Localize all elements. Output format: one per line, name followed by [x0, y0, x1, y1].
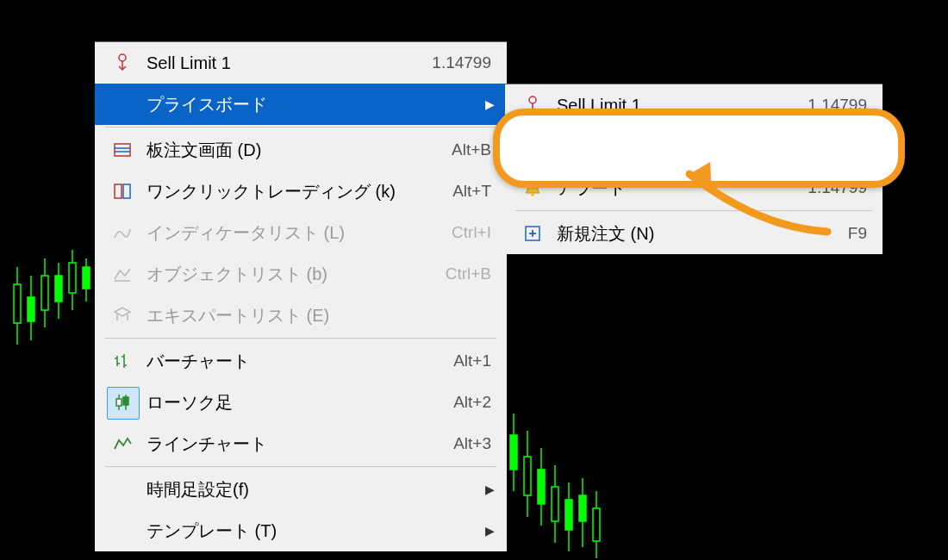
menu-label: Sell Limit 1	[557, 96, 808, 115]
menu-shortcut: Alt+B	[452, 140, 491, 159]
svg-rect-11	[83, 267, 90, 289]
menu-separator	[105, 127, 496, 128]
menu-label: ラインチャート	[147, 432, 453, 456]
svg-rect-32	[123, 184, 130, 198]
menu-item-one-click[interactable]: ワンクリックトレーディング (k) Alt+T	[95, 171, 507, 212]
menu-label: Sell Limit 1	[147, 53, 432, 73]
menu-item-sell-limit[interactable]: Sell Limit 1 1.14799	[95, 42, 507, 84]
candlestick-icon	[110, 390, 134, 414]
menu-item-indicators: インディケータリスト (L) Ctrl+I	[95, 212, 507, 253]
menu-item-price-board[interactable]: プライスボード ▶	[95, 84, 507, 125]
menu-separator	[515, 210, 872, 211]
svg-rect-31	[115, 184, 122, 198]
sell-limit-icon	[110, 51, 134, 75]
submenu-arrow-icon: ▶	[485, 482, 495, 496]
menu-value: 1.14799	[432, 53, 491, 72]
svg-rect-43	[116, 399, 122, 406]
context-menu-main: Sell Limit 1 1.14799 プライスボード ▶ 板注文画面 (D)…	[95, 41, 507, 551]
menu-shortcut: Alt+2	[453, 393, 491, 412]
menu-shortcut: Alt+1	[453, 352, 491, 370]
menu-item-bar-chart[interactable]: バーチャート Alt+1	[95, 340, 507, 382]
svg-rect-23	[579, 495, 586, 521]
menu-label: アラート	[557, 177, 808, 200]
menu-label: オブジェクトリスト (b)	[147, 263, 446, 286]
menu-label: バーチャート	[147, 350, 453, 373]
expert-icon	[110, 303, 134, 327]
menu-item-line-chart[interactable]: ラインチャート Alt+3	[95, 423, 507, 464]
svg-rect-9	[69, 263, 76, 293]
menu-shortcut: F9	[848, 224, 867, 243]
svg-rect-7	[55, 276, 62, 302]
bell-icon	[521, 176, 545, 200]
menu-item-timeframe[interactable]: 時間足設定(f) ▶	[95, 469, 507, 510]
new-order-icon	[521, 221, 545, 246]
menu-label: ワンクリックトレーディング (k)	[147, 180, 452, 203]
indicator-icon	[110, 221, 134, 245]
menu-value: 1.14799	[808, 96, 867, 115]
menu-label: 板注文画面 (D)	[147, 139, 452, 162]
submenu-item-new-order[interactable]: 新規注文 (N) F9	[505, 213, 883, 254]
sell-limit-icon	[521, 93, 545, 117]
menu-shortcut: Alt+3	[453, 434, 491, 453]
menu-item-template[interactable]: テンプレート (T) ▶	[95, 510, 507, 551]
svg-point-48	[529, 148, 536, 155]
svg-rect-5	[41, 276, 48, 310]
menu-value: 1.14799	[808, 137, 867, 156]
depth-icon	[110, 138, 134, 162]
svg-rect-15	[524, 457, 531, 495]
bar-chart-icon	[110, 349, 134, 373]
menu-item-objects: オブジェクトリスト (b) Ctrl+B	[95, 253, 507, 295]
menu-separator	[105, 466, 496, 467]
menu-item-candlestick[interactable]: ローソク足 Alt+2	[95, 382, 507, 423]
menu-shortcut: Ctrl+I	[452, 223, 491, 242]
submenu-arrow-icon: ▶	[485, 97, 495, 111]
svg-rect-25	[593, 508, 600, 541]
menu-shortcut: Alt+T	[452, 182, 491, 201]
menu-label: ローソク足	[147, 391, 453, 414]
submenu-item-stop-buy[interactable]: ストップ買 1 1.14799	[505, 126, 883, 167]
buy-stop-icon	[521, 134, 545, 159]
menu-label: 時間足設定(f)	[147, 478, 491, 501]
menu-shortcut: Ctrl+B	[446, 264, 491, 283]
submenu-item-sell-limit[interactable]: Sell Limit 1 1.14799	[505, 84, 883, 126]
menu-label: ストップ買 1	[557, 135, 808, 159]
svg-rect-45	[123, 397, 128, 405]
line-chart-icon	[110, 432, 134, 456]
svg-rect-17	[538, 470, 545, 504]
svg-rect-3	[28, 297, 34, 321]
object-icon	[110, 262, 134, 286]
context-menu-sub: Sell Limit 1 1.14799 ストップ買 1 1.14799 アラー…	[505, 84, 883, 254]
menu-label: 新規注文 (N)	[557, 222, 848, 246]
menu-label: テンプレート (T)	[147, 520, 491, 543]
menu-item-experts: エキスパートリスト (E)	[95, 295, 507, 336]
menu-label: エキスパートリスト (E)	[147, 304, 491, 327]
svg-rect-21	[565, 500, 572, 530]
svg-rect-19	[552, 487, 558, 521]
menu-label: プライスボード	[147, 93, 491, 116]
submenu-arrow-icon: ▶	[485, 524, 495, 538]
svg-rect-13	[510, 435, 517, 470]
svg-rect-1	[14, 284, 21, 323]
menu-value: 1.14799	[808, 178, 867, 197]
submenu-item-alert[interactable]: アラート 1.14799	[505, 167, 883, 208]
menu-label: インディケータリスト (L)	[147, 221, 452, 245]
svg-point-26	[119, 54, 126, 61]
one-click-icon	[110, 179, 134, 203]
menu-separator	[105, 338, 496, 339]
menu-item-depth[interactable]: 板注文画面 (D) Alt+B	[95, 129, 507, 171]
svg-point-50	[531, 193, 534, 196]
svg-point-46	[529, 96, 536, 103]
svg-rect-28	[115, 144, 130, 156]
